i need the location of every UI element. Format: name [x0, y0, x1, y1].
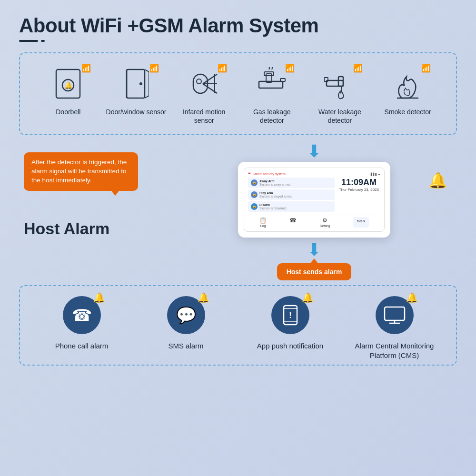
svg-text:🔔: 🔔 — [64, 81, 73, 89]
notif-phone: ☎ 🔔 Phone call alarm — [34, 294, 129, 351]
menu-stay-arm: 🔒 Stay Arm System is stayed armed. — [248, 189, 335, 200]
alarm-bell-icon: 🔔 — [428, 171, 447, 189]
title-decoration — [19, 40, 457, 42]
doorbell-icon: 🔔 — [54, 67, 82, 100]
svg-line-5 — [145, 69, 149, 72]
gas-label: Gas leakage detector — [241, 108, 303, 125]
monitor-icon — [384, 306, 406, 324]
phone-icon: ☎ — [289, 217, 297, 224]
infrared-icon — [188, 67, 219, 100]
app-bell-icon: 🔔 — [302, 292, 314, 303]
water-icon — [324, 67, 355, 100]
gas-icon-wrap: 📶 — [253, 65, 291, 103]
sensor-row: 📶 🔔 Doorbell 📶 — [30, 60, 446, 125]
setting-icon: ⚙ — [320, 217, 330, 224]
sensor-smoke: 📶 Smoke detector — [377, 65, 439, 116]
svg-rect-18 — [280, 79, 285, 81]
host-sends-bubble: Host sends alarm — [277, 263, 352, 280]
smoke-icon — [392, 67, 423, 100]
away-arm-icon: 🔒 — [251, 179, 258, 186]
phone-bell-icon: 🔔 — [93, 292, 105, 303]
cms-bell-icon: 🔔 — [406, 292, 418, 303]
sensor-water: 📶 Water leakage detector — [309, 65, 371, 125]
wifi-icon2: 📶 — [149, 64, 159, 73]
log-button[interactable]: 📋 Log — [259, 217, 267, 228]
notification-section: ☎ 🔔 Phone call alarm 💬 🔔 SMS alarm — [19, 285, 457, 366]
underline-dot — [41, 40, 45, 42]
setting-button[interactable]: ⚙ Setting — [320, 217, 330, 228]
left-panel: After the detector is triggered, the ala… — [24, 143, 167, 238]
gas-icon — [257, 67, 288, 100]
screen-time-section: 11:09AM Thur February 23, 2023 — [337, 178, 380, 212]
disarm-icon: 🔓 — [251, 203, 258, 210]
sos-button[interactable]: SOS — [353, 217, 369, 228]
notif-cms: 🔔 Alarm Central Monitoring Platform (CMS… — [347, 294, 442, 360]
smoke-icon-wrap: 📶 — [389, 65, 427, 103]
app-icon-wrap: ! 🔔 — [269, 294, 312, 337]
wifi-icon6: 📶 — [421, 64, 431, 73]
water-label: Water leakage detector — [309, 108, 371, 125]
arrow-down-icon2: ⬇ — [307, 241, 321, 258]
host-alarm-label: Host Alarm — [24, 219, 109, 238]
app-label: App push notification — [257, 341, 323, 351]
sensor-section: 📶 🔔 Doorbell 📶 — [19, 52, 457, 135]
screen-menu: 🔒 Away Arm System is away armed. 🔒 Stay … — [248, 178, 335, 212]
stay-arm-icon: 🔒 — [251, 191, 258, 198]
infrared-icon-wrap: 📶 — [185, 65, 223, 103]
menu-disarm: 🔓 Disarm System is disarmed. — [248, 201, 335, 212]
sensor-door-window: 📶 Door/window sensor — [105, 65, 167, 116]
infrared-label: Infared motion sensor — [173, 108, 235, 125]
screen-bottom: 📋 Log ☎ ⚙ Setting SOS — [248, 215, 380, 228]
wifi-icon3: 📶 — [218, 64, 227, 73]
door-window-label: Door/window sensor — [106, 108, 167, 116]
sms-label: SMS alarm — [168, 341, 203, 351]
phone-label: Phone call alarm — [55, 341, 109, 351]
door-window-icon-wrap: 📶 — [117, 65, 155, 103]
screen-logo: ❤ Smart security system — [248, 172, 286, 176]
wifi-icon5: 📶 — [353, 64, 363, 73]
right-panel: 🔔 ⬇ ❤ Smart security system ▐▐ ▓ ☁ — [176, 143, 452, 280]
notification-row: ☎ 🔔 Phone call alarm 💬 🔔 SMS alarm — [30, 294, 446, 360]
phone-button[interactable]: ☎ — [289, 217, 297, 228]
log-icon: 📋 — [259, 217, 267, 224]
doorbell-icon-wrap: 📶 🔔 — [49, 65, 87, 103]
water-icon-wrap: 📶 — [321, 65, 359, 103]
phone-icon-wrap: ☎ 🔔 — [60, 294, 103, 337]
cms-label: Alarm Central Monitoring Platform (CMS) — [347, 341, 442, 360]
door-icon — [123, 67, 149, 100]
device-screen: ❤ Smart security system ▐▐ ▓ ☁ 🔒 Away Ar… — [244, 168, 385, 232]
phone-app-icon: ! — [282, 305, 299, 326]
underline-dash — [19, 40, 38, 42]
sms-bell-icon: 🔔 — [198, 292, 209, 303]
screen-time: 11:09AM Thur February 23, 2023 — [339, 178, 379, 212]
svg-rect-20 — [338, 77, 343, 86]
sensor-infrared: 📶 Infared motion sensor — [173, 65, 235, 125]
alert-bubble: After the detector is triggered, the ala… — [24, 152, 138, 191]
device-mockup: ❤ Smart security system ▐▐ ▓ ☁ 🔒 Away Ar… — [238, 162, 390, 238]
doorbell-label: Doorbell — [56, 108, 80, 116]
notif-sms: 💬 🔔 SMS alarm — [139, 294, 234, 351]
wifi-icon: 📶 — [81, 64, 91, 73]
page: About WiFi +GSM Alarm System 📶 🔔 Doorbel… — [0, 0, 476, 476]
cms-icon-wrap: 🔔 — [373, 294, 416, 337]
svg-rect-27 — [385, 307, 405, 320]
screen-header: ❤ Smart security system ▐▐ ▓ ☁ — [248, 172, 380, 176]
arrow-down-icon: ⬇ — [307, 143, 321, 160]
smoke-label: Smoke detector — [385, 108, 431, 116]
svg-text:!: ! — [289, 311, 291, 319]
page-title: About WiFi +GSM Alarm System — [19, 14, 457, 37]
sensor-gas: 📶 Gas leakage detector — [241, 65, 303, 125]
menu-away-arm: 🔒 Away Arm System is away armed. — [248, 178, 335, 188]
wifi-icon4: 📶 — [285, 64, 295, 73]
notif-app: ! 🔔 App push notification — [243, 294, 338, 351]
svg-point-14 — [197, 79, 201, 84]
svg-line-6 — [145, 96, 149, 98]
sensor-doorbell: 📶 🔔 Doorbell — [37, 65, 99, 116]
svg-point-8 — [139, 82, 142, 85]
sms-icon-wrap: 💬 🔔 — [165, 294, 208, 337]
screen-body: 🔒 Away Arm System is away armed. 🔒 Stay … — [248, 178, 380, 212]
svg-rect-19 — [327, 80, 343, 86]
